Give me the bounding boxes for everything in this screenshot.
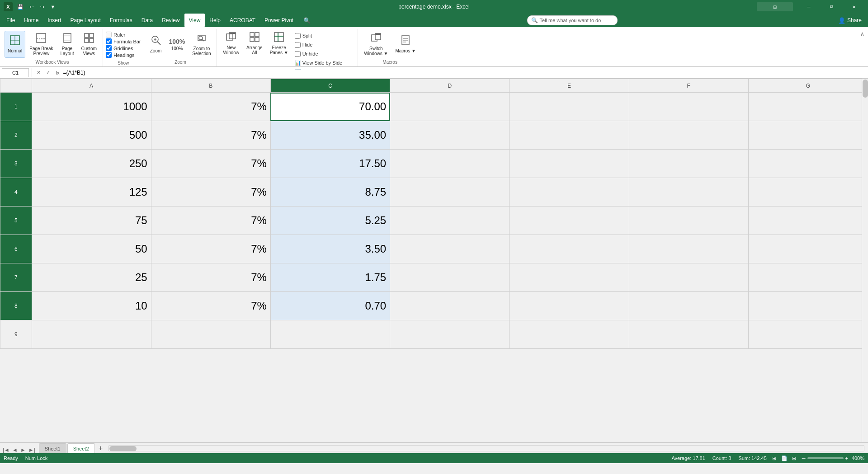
cell-C6[interactable]: 3.50 bbox=[270, 235, 390, 263]
scrollbar-thumb[interactable] bbox=[863, 80, 868, 98]
cell-B8[interactable]: 7% bbox=[151, 292, 270, 320]
menu-help[interactable]: Help bbox=[205, 14, 225, 27]
row-header-4[interactable]: 4 bbox=[0, 178, 32, 206]
ruler-checkbox[interactable]: Ruler bbox=[106, 32, 141, 38]
sheet-nav-last[interactable]: ►| bbox=[28, 447, 36, 453]
tell-me-input[interactable]: 🔍 Tell me what you want to do bbox=[527, 15, 618, 25]
cell-G1[interactable] bbox=[748, 93, 868, 121]
zoom-slider[interactable] bbox=[807, 457, 844, 459]
formula-input[interactable] bbox=[63, 70, 866, 76]
formula-bar-checkbox[interactable]: Formula Bar bbox=[106, 38, 141, 44]
view-side-by-side-btn[interactable]: 📊 View Side by Side bbox=[292, 59, 355, 67]
formula-insert-function-btn[interactable]: fx bbox=[54, 70, 61, 75]
new-window-btn[interactable]: New Window bbox=[220, 30, 242, 57]
cell-A3[interactable]: 250 bbox=[32, 150, 151, 178]
menu-acrobat[interactable]: ACROBAT bbox=[225, 14, 260, 27]
cell-C4[interactable]: 8.75 bbox=[270, 178, 390, 206]
cell-A7[interactable]: 25 bbox=[32, 263, 151, 292]
cell-F3[interactable] bbox=[629, 150, 748, 178]
zoom-selection-btn[interactable]: Zoom to Selection bbox=[189, 31, 214, 58]
sheet-nav-first[interactable]: |◄ bbox=[2, 447, 10, 453]
cell-D2[interactable] bbox=[390, 121, 509, 150]
cell-F5[interactable] bbox=[629, 206, 748, 235]
cell-F1[interactable] bbox=[629, 93, 748, 121]
redo-btn[interactable]: ↪ bbox=[37, 2, 47, 12]
undo-btn[interactable]: ↩ bbox=[26, 2, 36, 12]
menu-formulas[interactable]: Formulas bbox=[105, 14, 137, 27]
cell-E3[interactable] bbox=[509, 150, 629, 178]
ribbon-display-options[interactable]: ⊟ bbox=[757, 2, 793, 11]
page-break-status-btn[interactable]: ⊟ bbox=[790, 454, 798, 462]
save-btn[interactable]: 💾 bbox=[15, 2, 25, 12]
zoom-plus-btn[interactable]: + bbox=[845, 455, 848, 461]
normal-view-btn[interactable]: Normal bbox=[5, 31, 25, 58]
cell-G6[interactable] bbox=[748, 235, 868, 263]
horizontal-scrollbar[interactable] bbox=[108, 445, 864, 451]
cell-B1[interactable]: 7% bbox=[151, 93, 270, 121]
cell-A8[interactable]: 10 bbox=[32, 292, 151, 320]
menu-power-pivot[interactable]: Power Pivot bbox=[260, 14, 298, 27]
cell-D3[interactable] bbox=[390, 150, 509, 178]
cell-B6[interactable]: 7% bbox=[151, 235, 270, 263]
cell-C7[interactable]: 1.75 bbox=[270, 263, 390, 292]
hide-btn[interactable]: Hide bbox=[292, 41, 355, 49]
cell-C1[interactable]: 70.00 bbox=[270, 93, 390, 121]
unhide-btn[interactable]: Unhide bbox=[292, 50, 355, 58]
cell-D4[interactable] bbox=[390, 178, 509, 206]
col-header-a[interactable]: A bbox=[32, 79, 151, 93]
freeze-panes-btn[interactable]: Freeze Panes ▼ bbox=[267, 30, 292, 57]
cell-name-box[interactable] bbox=[2, 68, 29, 77]
col-header-g[interactable]: G bbox=[748, 79, 868, 93]
sheet-nav-next[interactable]: ► bbox=[19, 447, 27, 453]
cell-F4[interactable] bbox=[629, 178, 748, 206]
split-checkbox[interactable] bbox=[295, 33, 301, 39]
cell-D6[interactable] bbox=[390, 235, 509, 263]
cell-C8[interactable]: 0.70 bbox=[270, 292, 390, 320]
menu-insert[interactable]: Insert bbox=[43, 14, 66, 27]
cell-A9[interactable] bbox=[32, 320, 151, 349]
cell-E1[interactable] bbox=[509, 93, 629, 121]
cell-F9[interactable] bbox=[629, 320, 748, 349]
cell-G5[interactable] bbox=[748, 206, 868, 235]
headings-checkbox[interactable]: Headings bbox=[106, 52, 141, 58]
col-header-d[interactable]: D bbox=[390, 79, 509, 93]
cell-G4[interactable] bbox=[748, 178, 868, 206]
zoom-level[interactable]: 400% bbox=[850, 455, 864, 461]
cell-B2[interactable]: 7% bbox=[151, 121, 270, 150]
cell-E4[interactable] bbox=[509, 178, 629, 206]
vertical-scrollbar[interactable] bbox=[862, 79, 868, 442]
cell-G9[interactable] bbox=[748, 320, 868, 349]
customize-qat-btn[interactable]: ▼ bbox=[48, 2, 58, 12]
collapse-ribbon-btn[interactable]: ∧ bbox=[859, 29, 866, 39]
col-header-f[interactable]: F bbox=[629, 79, 748, 93]
zoom-btn[interactable]: Zoom bbox=[147, 31, 165, 58]
cell-G8[interactable] bbox=[748, 292, 868, 320]
split-btn[interactable]: Split bbox=[292, 32, 355, 40]
close-btn[interactable]: ✕ bbox=[844, 0, 864, 14]
cell-B7[interactable]: 7% bbox=[151, 263, 270, 292]
row-header-9[interactable]: 9 bbox=[0, 320, 32, 349]
sheet-tab-sheet1[interactable]: Sheet1 bbox=[39, 443, 66, 453]
corner-header[interactable] bbox=[0, 79, 32, 93]
sheet-tab-sheet2[interactable]: Sheet2 bbox=[67, 443, 95, 453]
col-header-c[interactable]: C bbox=[270, 79, 390, 93]
menu-home[interactable]: Home bbox=[19, 14, 43, 27]
zoom-minus-btn[interactable]: ─ bbox=[802, 455, 806, 461]
row-header-5[interactable]: 5 bbox=[0, 206, 32, 235]
gridlines-checkbox-input[interactable] bbox=[106, 45, 112, 51]
page-break-preview-btn[interactable]: Page Break Preview bbox=[26, 31, 56, 58]
menu-data[interactable]: Data bbox=[137, 14, 157, 27]
menu-review[interactable]: Review bbox=[157, 14, 184, 27]
cell-B5[interactable]: 7% bbox=[151, 206, 270, 235]
formula-bar-checkbox-input[interactable] bbox=[106, 38, 112, 44]
cell-F8[interactable] bbox=[629, 292, 748, 320]
formula-confirm-btn[interactable]: ✓ bbox=[44, 70, 52, 75]
cell-C5[interactable]: 5.25 bbox=[270, 206, 390, 235]
custom-views-btn[interactable]: Custom Views bbox=[78, 31, 100, 58]
cell-C9[interactable] bbox=[270, 320, 390, 349]
unhide-checkbox[interactable] bbox=[295, 51, 301, 57]
cell-E5[interactable] bbox=[509, 206, 629, 235]
cell-C2[interactable]: 35.00 bbox=[270, 121, 390, 150]
h-scrollbar-thumb[interactable] bbox=[109, 446, 137, 451]
cell-D5[interactable] bbox=[390, 206, 509, 235]
